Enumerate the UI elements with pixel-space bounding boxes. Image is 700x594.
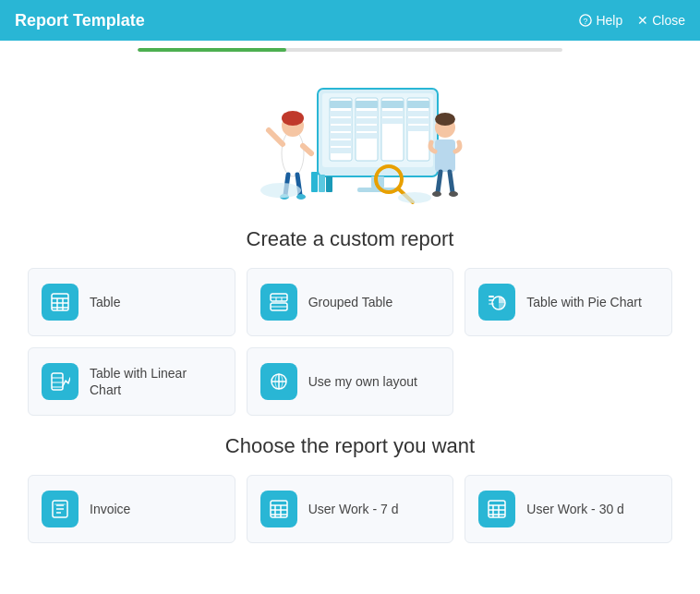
user-work-30d-icon [487, 499, 507, 519]
svg-rect-30 [319, 175, 325, 192]
close-icon: ✕ [637, 13, 648, 28]
svg-line-47 [450, 172, 453, 192]
card-invoice-label: Invoice [90, 501, 130, 517]
progress-area [0, 41, 700, 52]
grouped-table-icon [269, 292, 289, 312]
card-user-work-30d[interactable]: User Work - 30 d [465, 475, 672, 543]
svg-point-51 [398, 192, 431, 203]
cards-grid-row3: Invoice User Work - 7 d [0, 475, 700, 543]
table-linear-icon [50, 371, 70, 392]
app-header: Report Template ? Help ✕ Close [0, 0, 700, 41]
svg-rect-31 [326, 176, 332, 192]
svg-rect-11 [330, 148, 352, 153]
section1-title: Create a custom report [0, 227, 700, 251]
table-icon-bg [42, 284, 78, 321]
svg-rect-19 [381, 101, 404, 108]
card-table-pie-label: Table with Pie Chart [526, 294, 642, 310]
section2-title: Choose the report you want [0, 434, 700, 458]
svg-rect-7 [330, 118, 352, 124]
svg-rect-80 [54, 503, 66, 505]
table-pie-icon [487, 292, 507, 312]
svg-rect-24 [407, 111, 429, 116]
svg-point-36 [282, 111, 304, 126]
svg-rect-6 [330, 111, 352, 116]
svg-rect-26 [407, 126, 429, 131]
cards-grid-row2: Table with Linear Chart Use my own layou… [0, 347, 700, 416]
svg-rect-13 [356, 101, 378, 108]
svg-rect-10 [330, 140, 352, 146]
card-invoice[interactable]: Invoice [28, 475, 235, 543]
svg-line-38 [303, 146, 311, 153]
svg-rect-16 [356, 126, 378, 131]
table-icon [50, 292, 70, 312]
card-grouped-table-label: Grouped Table [308, 294, 393, 310]
empty-card-slot [465, 347, 672, 416]
svg-point-48 [432, 191, 441, 197]
svg-rect-66 [489, 299, 494, 301]
close-button[interactable]: ✕ Close [637, 13, 685, 28]
svg-rect-21 [381, 118, 404, 124]
card-own-layout[interactable]: Use my own layout [247, 347, 454, 416]
card-user-work-7d-label: User Work - 7 d [308, 501, 399, 517]
grouped-table-icon-bg [260, 284, 297, 321]
card-table[interactable]: Table [28, 268, 235, 336]
progress-track [138, 48, 562, 52]
svg-point-42 [296, 194, 306, 200]
own-layout-icon [269, 371, 289, 392]
card-user-work-7d[interactable]: User Work - 7 d [247, 475, 454, 543]
svg-rect-29 [311, 172, 318, 192]
svg-rect-65 [489, 296, 494, 297]
card-grouped-table[interactable]: Grouped Table [247, 268, 454, 336]
card-user-work-30d-label: User Work - 30 d [526, 501, 624, 517]
illustration-area [0, 52, 700, 218]
svg-point-50 [260, 183, 301, 198]
svg-point-49 [449, 191, 458, 197]
svg-line-46 [438, 172, 441, 192]
card-table-linear-label: Table with Linear Chart [90, 365, 222, 398]
cards-grid-row1: Table Grouped Table [0, 268, 700, 336]
main-content: Create a custom report Table [0, 41, 700, 594]
svg-rect-20 [381, 111, 404, 116]
help-icon: ? [579, 14, 592, 27]
svg-rect-25 [407, 118, 429, 124]
user-work-7d-icon [269, 499, 289, 519]
svg-rect-5 [330, 101, 352, 108]
app-title: Report Template [15, 11, 145, 30]
progress-fill [138, 48, 286, 52]
user-work-30d-icon-bg [478, 491, 515, 527]
card-table-pie[interactable]: Table with Pie Chart [465, 268, 672, 336]
invoice-icon [50, 499, 70, 519]
svg-line-37 [269, 130, 283, 144]
card-own-layout-label: Use my own layout [308, 373, 417, 390]
svg-rect-67 [489, 303, 494, 305]
svg-rect-14 [356, 111, 378, 116]
svg-point-34 [282, 130, 304, 176]
svg-text:?: ? [584, 17, 588, 26]
svg-rect-17 [356, 133, 378, 139]
table-pie-icon-bg [478, 284, 515, 321]
own-layout-icon-bg [260, 363, 297, 400]
svg-rect-9 [330, 133, 352, 139]
svg-rect-43 [435, 139, 455, 172]
hero-illustration [230, 70, 470, 209]
svg-rect-23 [407, 101, 429, 108]
svg-point-45 [435, 113, 455, 126]
card-table-linear[interactable]: Table with Linear Chart [28, 347, 235, 416]
card-table-label: Table [90, 294, 120, 310]
svg-rect-8 [330, 126, 352, 131]
help-button[interactable]: ? Help [579, 13, 622, 28]
table-linear-icon-bg [42, 363, 78, 400]
header-actions: ? Help ✕ Close [579, 13, 685, 28]
user-work-7d-icon-bg [260, 491, 297, 527]
svg-rect-15 [356, 118, 378, 124]
invoice-icon-bg [42, 491, 78, 527]
